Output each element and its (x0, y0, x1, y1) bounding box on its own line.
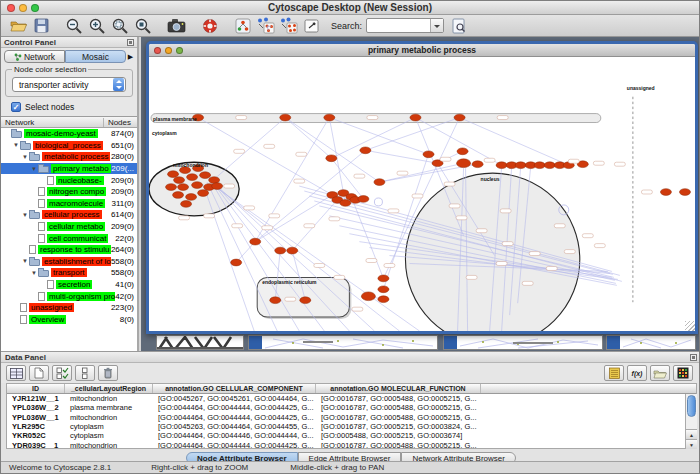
network-node[interactable] (181, 201, 192, 208)
tree-row[interactable]: unassigned223(0) (1, 302, 137, 314)
network-node[interactable] (378, 296, 389, 303)
network-node[interactable] (174, 177, 185, 184)
expander-icon[interactable]: ▼ (21, 154, 29, 160)
tree-row[interactable]: multi-organism pro42(0) (1, 290, 137, 302)
network-node[interactable] (374, 179, 385, 186)
column-header[interactable]: annotation.GO MOLECULAR_FUNCTION (316, 384, 481, 393)
expander-icon[interactable]: ▼ (12, 142, 20, 148)
network-node[interactable] (410, 114, 421, 121)
tree-row[interactable]: mosaic-demo-yeast874(0) (1, 128, 137, 140)
network-node[interactable] (378, 275, 389, 282)
minimized-network-overview[interactable] (156, 335, 244, 350)
table-row[interactable]: YJR121W__1mitochondrion[GO:0045267, GO:0… (7, 394, 696, 403)
zoom-selected-button[interactable] (133, 16, 154, 35)
unselect-attributes-button[interactable] (75, 365, 95, 381)
network-node[interactable] (358, 196, 369, 203)
select-attributes-button[interactable] (52, 365, 72, 381)
network-node[interactable] (544, 162, 555, 169)
network-node[interactable] (187, 174, 198, 181)
network-node[interactable] (212, 183, 223, 190)
tree-row[interactable]: secretion41(0) (1, 279, 137, 291)
network-node[interactable] (472, 161, 483, 168)
network-view-titlebar[interactable]: primary metabolic process (149, 44, 695, 57)
zoom-in-button[interactable] (87, 16, 108, 35)
save-session-button[interactable] (31, 16, 52, 35)
network-canvas[interactable]: plasma membranecytoplasmmitochondrionnuc… (149, 57, 695, 331)
table-row[interactable]: YLR295Ccytoplasm[GO:0045263, GO:0044464,… (7, 422, 696, 431)
tree-row[interactable]: ▼transport558(0) (1, 267, 137, 279)
column-header[interactable]: ID (7, 384, 65, 393)
network-node[interactable] (173, 192, 184, 199)
expander-icon[interactable]: ▼ (30, 270, 38, 276)
expander-icon[interactable]: ▼ (21, 258, 29, 264)
network-view-window[interactable]: primary metabolic process plasma membran… (146, 41, 698, 334)
network-node[interactable] (186, 194, 197, 201)
network-node[interactable] (679, 189, 690, 196)
search-input[interactable] (366, 18, 444, 33)
scroll-down-icon[interactable]: ▼ (686, 439, 697, 449)
network-node[interactable] (378, 286, 389, 293)
open-network-button[interactable] (8, 16, 29, 35)
network-node[interactable] (326, 155, 337, 162)
network-node[interactable] (166, 184, 177, 191)
attribute-table-button[interactable] (6, 365, 26, 381)
network-node[interactable] (250, 238, 261, 245)
tab-overflow-icon[interactable]: ▶ (126, 53, 135, 61)
tree-row[interactable]: nitrogen compo209(0) (1, 186, 137, 198)
network-node[interactable] (231, 259, 242, 266)
search-dropdown-icon[interactable] (430, 19, 443, 32)
table-row[interactable]: YPL036W__1mitochondrion[GO:0044464, GO:0… (7, 413, 696, 422)
tree-row[interactable]: response to stimulu264(0) (1, 244, 137, 256)
zoom-out-button[interactable] (64, 16, 85, 35)
table-scrollbar[interactable]: ▲ ▼ (685, 394, 697, 449)
network-node[interactable] (457, 148, 468, 155)
heatmap-button[interactable] (673, 365, 693, 381)
tree-row[interactable]: ▼biological_process651(0) (1, 140, 137, 152)
network-node[interactable] (360, 147, 371, 154)
tab-mosaic[interactable]: Mosaic (65, 50, 126, 63)
network-node[interactable] (280, 114, 291, 121)
layout-edges-button[interactable] (278, 16, 299, 35)
tree-row[interactable]: Overview8(0) (1, 314, 137, 326)
scroll-up-icon[interactable]: ▲ (686, 429, 697, 439)
new-attribute-button[interactable] (29, 365, 49, 381)
network-node[interactable] (660, 189, 671, 196)
network-node[interactable] (275, 247, 286, 254)
resize-grip-icon[interactable] (685, 321, 695, 331)
expander-icon[interactable]: ▼ (30, 166, 38, 172)
tree-row[interactable]: cellular metabo209(0) (1, 221, 137, 233)
tree-row[interactable]: ▼primary metabo209(... (1, 163, 137, 175)
delete-attribute-button[interactable] (98, 365, 118, 381)
table-row[interactable]: YKR052Ccytoplasm[GO:0044464, GO:0044446,… (7, 431, 696, 440)
network-node[interactable] (168, 171, 179, 178)
tab-network[interactable]: Network (4, 50, 65, 63)
network-node[interactable] (457, 159, 471, 168)
network-node[interactable] (423, 151, 434, 158)
search-options-button[interactable] (448, 16, 469, 35)
tree-row[interactable]: ▼metabolic process280(0) (1, 151, 137, 163)
network-node[interactable] (178, 184, 189, 191)
network-node[interactable] (209, 177, 220, 184)
zoom-fit-button[interactable] (110, 16, 131, 35)
function-builder-button[interactable]: f(x) (627, 365, 647, 381)
annotation-button[interactable] (301, 16, 322, 35)
vizmapper-button[interactable] (232, 16, 253, 35)
tree-column-nodes[interactable]: Nodes (103, 118, 137, 127)
tree-column-network[interactable]: Network (1, 118, 34, 127)
combo-stepper-icon[interactable] (113, 78, 124, 91)
matrix-button[interactable] (604, 365, 624, 381)
table-row[interactable]: YPL036W__2plasma membrane[GO:0044464, GO… (7, 403, 696, 412)
network-node[interactable] (496, 162, 507, 169)
network-node[interactable] (300, 297, 311, 304)
minimized-network-window[interactable] (606, 335, 696, 350)
network-node[interactable] (361, 292, 375, 301)
select-nodes-checkbox[interactable]: ✓ (11, 102, 21, 112)
network-node[interactable] (340, 200, 351, 207)
node-color-select[interactable]: transporter activity (12, 77, 126, 92)
network-node[interactable] (287, 247, 298, 254)
window-titlebar[interactable]: Cytoscape Desktop (New Session) (1, 1, 699, 15)
float-panel-icon[interactable] (690, 354, 697, 361)
network-node[interactable] (454, 114, 465, 121)
tree-row[interactable]: ▼cellular process614(0) (1, 209, 137, 221)
import-attributes-button[interactable] (650, 365, 670, 381)
